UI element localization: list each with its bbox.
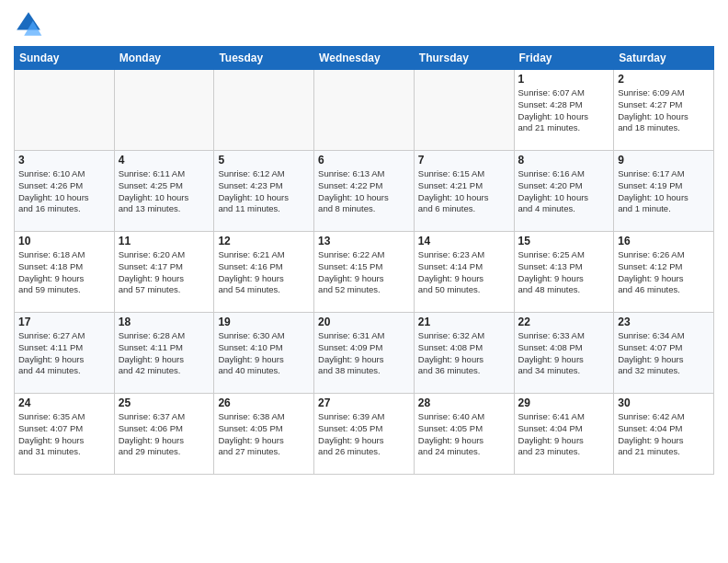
- calendar-cell: 3Sunrise: 6:10 AM Sunset: 4:26 PM Daylig…: [15, 151, 115, 232]
- day-number: 30: [618, 396, 710, 409]
- day-info: Sunrise: 6:34 AM Sunset: 4:07 PM Dayligh…: [618, 330, 710, 377]
- calendar-week-1: 1Sunrise: 6:07 AM Sunset: 4:28 PM Daylig…: [15, 70, 714, 151]
- day-info: Sunrise: 6:26 AM Sunset: 4:12 PM Dayligh…: [618, 249, 710, 296]
- calendar-cell: 18Sunrise: 6:28 AM Sunset: 4:11 PM Dayli…: [114, 313, 214, 394]
- day-info: Sunrise: 6:42 AM Sunset: 4:04 PM Dayligh…: [618, 411, 710, 458]
- calendar-cell: 26Sunrise: 6:38 AM Sunset: 4:05 PM Dayli…: [214, 394, 314, 475]
- day-number: 18: [119, 316, 210, 328]
- day-number: 4: [119, 154, 210, 167]
- calendar-cell: 17Sunrise: 6:27 AM Sunset: 4:11 PM Dayli…: [15, 313, 115, 394]
- calendar-cell: [314, 70, 415, 151]
- calendar-cell: 23Sunrise: 6:34 AM Sunset: 4:07 PM Dayli…: [614, 313, 714, 394]
- day-number: 12: [218, 235, 310, 247]
- calendar-cell: 11Sunrise: 6:20 AM Sunset: 4:17 PM Dayli…: [114, 232, 214, 313]
- day-info: Sunrise: 6:28 AM Sunset: 4:11 PM Dayligh…: [119, 330, 210, 377]
- day-number: 5: [218, 154, 310, 167]
- calendar-cell: 19Sunrise: 6:30 AM Sunset: 4:10 PM Dayli…: [214, 313, 314, 394]
- day-number: 29: [518, 396, 610, 409]
- day-number: 8: [518, 154, 610, 167]
- day-info: Sunrise: 6:39 AM Sunset: 4:05 PM Dayligh…: [318, 411, 410, 458]
- day-number: 9: [618, 154, 710, 167]
- calendar-cell: [414, 70, 514, 151]
- day-number: 23: [618, 316, 710, 328]
- calendar-cell: 25Sunrise: 6:37 AM Sunset: 4:06 PM Dayli…: [114, 394, 214, 475]
- page: SundayMondayTuesdayWednesdayThursdayFrid…: [0, 0, 728, 563]
- calendar-cell: 1Sunrise: 6:07 AM Sunset: 4:28 PM Daylig…: [514, 70, 614, 151]
- day-info: Sunrise: 6:31 AM Sunset: 4:09 PM Dayligh…: [318, 330, 410, 377]
- day-info: Sunrise: 6:16 AM Sunset: 4:20 PM Dayligh…: [518, 168, 610, 215]
- day-info: Sunrise: 6:11 AM Sunset: 4:25 PM Dayligh…: [119, 168, 210, 215]
- day-number: 3: [18, 154, 110, 167]
- calendar-cell: 28Sunrise: 6:40 AM Sunset: 4:05 PM Dayli…: [414, 394, 514, 475]
- day-info: Sunrise: 6:33 AM Sunset: 4:08 PM Dayligh…: [518, 330, 610, 377]
- weekday-friday: Friday: [514, 47, 614, 70]
- day-number: 17: [18, 316, 110, 328]
- calendar-cell: 7Sunrise: 6:15 AM Sunset: 4:21 PM Daylig…: [414, 151, 514, 232]
- day-number: 10: [18, 235, 110, 247]
- calendar-cell: 13Sunrise: 6:22 AM Sunset: 4:15 PM Dayli…: [314, 232, 415, 313]
- weekday-thursday: Thursday: [414, 47, 514, 70]
- calendar-week-4: 17Sunrise: 6:27 AM Sunset: 4:11 PM Dayli…: [15, 313, 714, 394]
- weekday-saturday: Saturday: [614, 47, 714, 70]
- weekday-monday: Monday: [114, 47, 214, 70]
- day-info: Sunrise: 6:18 AM Sunset: 4:18 PM Dayligh…: [18, 249, 110, 296]
- day-number: 25: [119, 396, 210, 409]
- calendar-cell: 21Sunrise: 6:32 AM Sunset: 4:08 PM Dayli…: [414, 313, 514, 394]
- weekday-wednesday: Wednesday: [314, 47, 415, 70]
- day-info: Sunrise: 6:23 AM Sunset: 4:14 PM Dayligh…: [418, 249, 510, 296]
- day-number: 13: [318, 235, 410, 247]
- day-number: 22: [518, 316, 610, 328]
- day-number: 19: [218, 316, 310, 328]
- day-number: 7: [418, 154, 510, 167]
- calendar-cell: 4Sunrise: 6:11 AM Sunset: 4:25 PM Daylig…: [114, 151, 214, 232]
- calendar-cell: 6Sunrise: 6:13 AM Sunset: 4:22 PM Daylig…: [314, 151, 415, 232]
- header: [14, 9, 714, 39]
- day-info: Sunrise: 6:15 AM Sunset: 4:21 PM Dayligh…: [418, 168, 510, 215]
- day-number: 15: [518, 235, 610, 247]
- calendar-week-5: 24Sunrise: 6:35 AM Sunset: 4:07 PM Dayli…: [15, 394, 714, 475]
- day-info: Sunrise: 6:37 AM Sunset: 4:06 PM Dayligh…: [119, 411, 210, 458]
- day-info: Sunrise: 6:35 AM Sunset: 4:07 PM Dayligh…: [18, 411, 110, 458]
- calendar-cell: 9Sunrise: 6:17 AM Sunset: 4:19 PM Daylig…: [614, 151, 714, 232]
- calendar-cell: 29Sunrise: 6:41 AM Sunset: 4:04 PM Dayli…: [514, 394, 614, 475]
- weekday-tuesday: Tuesday: [214, 47, 314, 70]
- calendar-cell: 14Sunrise: 6:23 AM Sunset: 4:14 PM Dayli…: [414, 232, 514, 313]
- calendar-week-2: 3Sunrise: 6:10 AM Sunset: 4:26 PM Daylig…: [15, 151, 714, 232]
- calendar-cell: [114, 70, 214, 151]
- calendar-cell: 10Sunrise: 6:18 AM Sunset: 4:18 PM Dayli…: [15, 232, 115, 313]
- calendar-cell: 16Sunrise: 6:26 AM Sunset: 4:12 PM Dayli…: [614, 232, 714, 313]
- calendar-cell: 8Sunrise: 6:16 AM Sunset: 4:20 PM Daylig…: [514, 151, 614, 232]
- calendar-cell: 27Sunrise: 6:39 AM Sunset: 4:05 PM Dayli…: [314, 394, 415, 475]
- calendar-cell: 2Sunrise: 6:09 AM Sunset: 4:27 PM Daylig…: [614, 70, 714, 151]
- day-number: 21: [418, 316, 510, 328]
- day-number: 6: [318, 154, 410, 167]
- day-number: 28: [418, 396, 510, 409]
- day-info: Sunrise: 6:38 AM Sunset: 4:05 PM Dayligh…: [218, 411, 310, 458]
- day-info: Sunrise: 6:17 AM Sunset: 4:19 PM Dayligh…: [618, 168, 710, 215]
- day-number: 1: [518, 73, 610, 86]
- day-info: Sunrise: 6:20 AM Sunset: 4:17 PM Dayligh…: [119, 249, 210, 296]
- svg-marker-0: [17, 12, 40, 29]
- calendar: SundayMondayTuesdayWednesdayThursdayFrid…: [14, 46, 714, 475]
- day-info: Sunrise: 6:22 AM Sunset: 4:15 PM Dayligh…: [318, 249, 410, 296]
- day-info: Sunrise: 6:41 AM Sunset: 4:04 PM Dayligh…: [518, 411, 610, 458]
- day-number: 20: [318, 316, 410, 328]
- logo-icon: [14, 9, 43, 39]
- calendar-week-3: 10Sunrise: 6:18 AM Sunset: 4:18 PM Dayli…: [15, 232, 714, 313]
- day-info: Sunrise: 6:40 AM Sunset: 4:05 PM Dayligh…: [418, 411, 510, 458]
- day-info: Sunrise: 6:27 AM Sunset: 4:11 PM Dayligh…: [18, 330, 110, 377]
- calendar-cell: 15Sunrise: 6:25 AM Sunset: 4:13 PM Dayli…: [514, 232, 614, 313]
- day-number: 16: [618, 235, 710, 247]
- calendar-cell: 22Sunrise: 6:33 AM Sunset: 4:08 PM Dayli…: [514, 313, 614, 394]
- weekday-sunday: Sunday: [15, 47, 115, 70]
- calendar-cell: 12Sunrise: 6:21 AM Sunset: 4:16 PM Dayli…: [214, 232, 314, 313]
- calendar-cell: 5Sunrise: 6:12 AM Sunset: 4:23 PM Daylig…: [214, 151, 314, 232]
- day-info: Sunrise: 6:13 AM Sunset: 4:22 PM Dayligh…: [318, 168, 410, 215]
- logo: [14, 9, 47, 39]
- day-number: 26: [218, 396, 310, 409]
- day-number: 11: [119, 235, 210, 247]
- day-info: Sunrise: 6:07 AM Sunset: 4:28 PM Dayligh…: [518, 87, 610, 134]
- day-info: Sunrise: 6:21 AM Sunset: 4:16 PM Dayligh…: [218, 249, 310, 296]
- calendar-cell: [214, 70, 314, 151]
- calendar-cell: 20Sunrise: 6:31 AM Sunset: 4:09 PM Dayli…: [314, 313, 415, 394]
